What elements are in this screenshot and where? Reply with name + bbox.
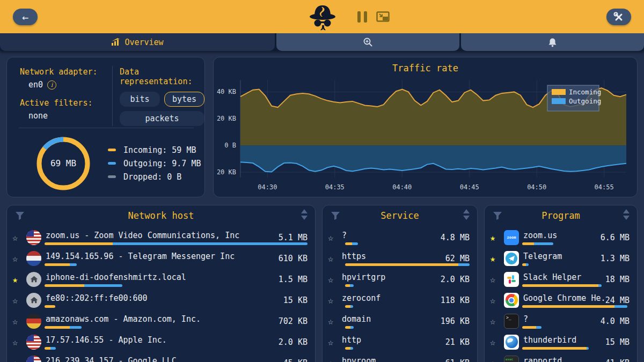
- panel-header: Program: [485, 205, 637, 226]
- chart-title: Traffic rate: [214, 63, 637, 73]
- minimize-window-button[interactable]: [376, 11, 390, 25]
- adapter-label: Network adapter:: [20, 67, 98, 77]
- traffic-bar: [45, 242, 308, 245]
- item-label: zeroconf: [342, 293, 441, 303]
- list-item[interactable]: ☆http21 KB: [323, 331, 477, 352]
- legend-text: Outgoing: 9.7 MB: [123, 159, 201, 168]
- traffic-bar: [522, 305, 630, 308]
- favorite-star-icon[interactable]: ☆: [12, 358, 26, 362]
- sort-arrows-icon[interactable]: [622, 209, 631, 220]
- area-chart-icon: [111, 38, 120, 46]
- list-item[interactable]: ☆149.154.165.96 - Telegram Messenger Inc…: [7, 248, 315, 269]
- favorite-star-icon[interactable]: ☆: [490, 358, 504, 362]
- item-label: fe80::202:ff:fe00:600: [46, 293, 283, 303]
- favorite-star-icon[interactable]: ☆: [328, 358, 342, 362]
- top-bar: ←: [0, 0, 644, 33]
- list-item[interactable]: ☆thunderbird15 MB: [485, 331, 637, 352]
- info-icon[interactable]: i: [47, 80, 56, 90]
- panel-title: Program: [541, 210, 580, 221]
- list-item[interactable]: ☆Google Chrome He...24 MB: [485, 290, 637, 311]
- favorite-star-icon[interactable]: ☆: [328, 274, 342, 285]
- favorite-star-icon[interactable]: ☆: [328, 253, 342, 264]
- home-icon: [26, 293, 41, 308]
- tab-inspect[interactable]: [276, 33, 459, 51]
- us-flag-icon: [26, 335, 41, 350]
- network-host-panel: Network host☆zoom.us - Zoom Video Commun…: [6, 205, 316, 362]
- item-label: Telegram: [523, 252, 601, 261]
- favorite-star-icon[interactable]: ☆: [490, 337, 504, 348]
- list-item[interactable]: ☆zoom.us - Zoom Video Communications, In…: [7, 227, 315, 248]
- settings-button[interactable]: [606, 9, 631, 25]
- item-label: thunderbird: [523, 335, 605, 345]
- item-size: 24 MB: [605, 295, 637, 305]
- list-item[interactable]: ☆fe80::202:ff:fe00:60015 KB: [7, 290, 315, 311]
- list-item[interactable]: ☆zeroconf118 KB: [323, 290, 477, 311]
- item-size: 2.0 KB: [441, 275, 477, 284]
- favorite-star-icon[interactable]: ★: [490, 232, 504, 243]
- traffic-bar: [522, 263, 630, 266]
- favorite-star-icon[interactable]: ☆: [328, 316, 342, 327]
- favorite-star-icon[interactable]: ☆: [12, 253, 26, 264]
- favorite-star-icon[interactable]: ☆: [490, 295, 504, 306]
- favorite-star-icon[interactable]: ★: [12, 274, 26, 285]
- svg-text:04:50: 04:50: [527, 183, 546, 191]
- back-button[interactable]: ←: [13, 9, 38, 25]
- list-item[interactable]: ☆>_?4.0 MB: [485, 311, 637, 331]
- traffic-bar: [345, 347, 470, 350]
- favorite-star-icon[interactable]: ☆: [490, 316, 504, 327]
- donut-legend-item: Outgoing: 9.7 MB: [108, 157, 201, 170]
- repr-option-bytes[interactable]: bytes: [164, 92, 204, 107]
- exec-app-icon: exec: [504, 356, 519, 362]
- favorite-star-icon[interactable]: ☆: [490, 274, 504, 285]
- favorite-star-icon[interactable]: ☆: [328, 337, 342, 348]
- svg-text:20 KB: 20 KB: [217, 168, 236, 176]
- panel-rows: ★zoomzoom.us6.6 MB★Telegram1.3 MB☆Slack …: [485, 227, 637, 362]
- list-item[interactable]: ★zoomzoom.us6.6 MB: [485, 227, 637, 248]
- panel-header: Service: [323, 205, 477, 226]
- repr-option-bits[interactable]: bits: [120, 92, 160, 107]
- sort-arrows-icon[interactable]: [300, 209, 309, 220]
- svg-text:04:45: 04:45: [460, 183, 479, 191]
- favorite-star-icon[interactable]: ☆: [12, 337, 26, 348]
- tab-overview[interactable]: Overview: [0, 33, 275, 51]
- item-label: zoom.us - Zoom Video Communications, Inc: [46, 231, 279, 240]
- traffic-bar: [345, 284, 470, 287]
- filters-label: Active filters:: [20, 98, 98, 108]
- list-item[interactable]: ☆amazonaws.com - Amazon.com, Inc.702 KB: [7, 311, 315, 331]
- favorite-star-icon[interactable]: ☆: [12, 316, 26, 327]
- favorite-star-icon[interactable]: ☆: [12, 295, 26, 306]
- list-item[interactable]: ☆https62 MB: [323, 248, 477, 269]
- de-flag-icon: [26, 314, 41, 329]
- list-item[interactable]: ★Telegram1.3 MB: [485, 248, 637, 269]
- panel-rows: ☆?4.8 MB☆https62 MB☆hpvirtgrp2.0 KB☆zero…: [323, 227, 477, 362]
- list-item[interactable]: ☆216.239.34.157 - Google LLC45 KB: [7, 352, 315, 362]
- item-size: 41 KB: [605, 358, 637, 362]
- sort-arrows-icon[interactable]: [462, 209, 471, 220]
- list-item[interactable]: ☆execrapportd41 KB: [485, 352, 637, 362]
- list-item[interactable]: ☆?4.8 MB: [323, 227, 477, 248]
- item-label: zoom.us: [523, 231, 601, 240]
- donut-total-label: 69 MB: [50, 158, 76, 168]
- repr-option-packets[interactable]: packets: [120, 111, 204, 126]
- list-item[interactable]: ☆Slack Helper18 MB: [485, 269, 637, 290]
- list-item[interactable]: ☆domain196 KB: [323, 311, 477, 331]
- filter-funnel-icon[interactable]: [492, 210, 503, 223]
- item-label: amazonaws.com - Amazon.com, Inc.: [46, 314, 279, 324]
- filter-funnel-icon[interactable]: [330, 210, 341, 223]
- svg-text:04:55: 04:55: [595, 183, 614, 191]
- list-item[interactable]: ☆hpvroom61 KB: [323, 352, 477, 362]
- service-panel: Service☆?4.8 MB☆https62 MB☆hpvirtgrp2.0 …: [322, 205, 478, 362]
- pause-button[interactable]: [357, 11, 367, 23]
- traffic-bar: [45, 347, 308, 350]
- us-flag-icon: [26, 356, 41, 362]
- list-item[interactable]: ☆hpvirtgrp2.0 KB: [323, 269, 477, 290]
- list-item[interactable]: ☆17.57.146.55 - Apple Inc.2.0 KB: [7, 331, 315, 352]
- favorite-star-icon[interactable]: ☆: [328, 232, 342, 243]
- favorite-star-icon[interactable]: ☆: [12, 232, 26, 243]
- list-item[interactable]: ★iphone-di-doofenshmirtz.local1.5 MB: [7, 269, 315, 290]
- favorite-star-icon[interactable]: ☆: [328, 295, 342, 306]
- filter-funnel-icon[interactable]: [14, 210, 25, 223]
- tab-notifications[interactable]: [461, 33, 644, 51]
- favorite-star-icon[interactable]: ★: [490, 253, 504, 264]
- legend-dash-icon: [108, 175, 116, 178]
